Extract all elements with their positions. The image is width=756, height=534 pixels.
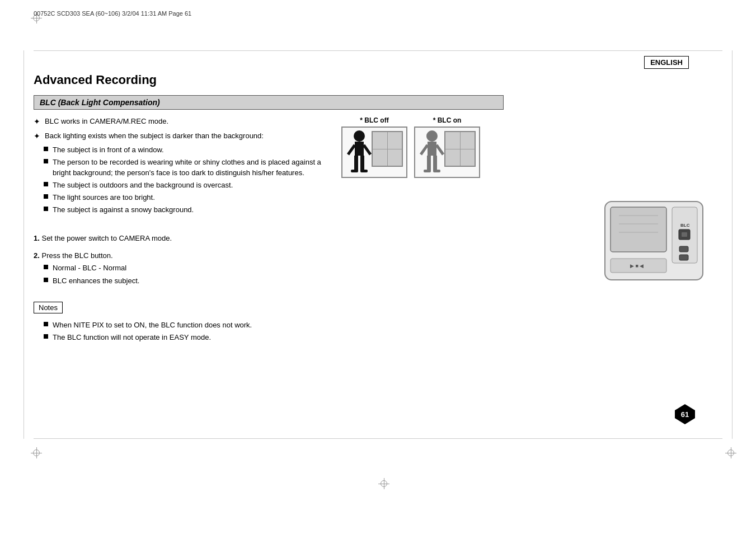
sub-bullet-5: The subject is against a snowy backgroun… [44,205,325,215]
step-2-sub-bullets: Normal - BLC - Normal BLC enhances the s… [44,263,504,285]
svg-line-2 [348,145,355,154]
svg-text:▶ ■ ◀: ▶ ■ ◀ [630,263,644,269]
language-badge: ENGLISH [644,56,689,69]
step-1: 1. Set the power switch to CAMERA mode. [34,234,504,242]
svg-rect-25 [679,246,688,252]
step-2: 2. Press the BLC button. Normal - BLC - … [34,251,504,285]
sub-bullet-3: The subject is outdoors and the backgrou… [44,180,325,190]
blc-on-label: * BLC on [433,116,462,124]
camera-illustration: BLC ▶ ■ ◀ [599,196,711,290]
sub-bullet-4: The light sources are too bright. [44,193,325,203]
blc-images: * BLC off [341,116,480,178]
cross-icon-1: ✦ [34,116,40,128]
svg-rect-12 [427,156,431,171]
sq-icon-s1 [44,265,48,269]
right-column: * BLC off [341,116,504,217]
square-icon-4 [44,194,48,199]
svg-text:61: 61 [681,410,689,419]
page-number-svg: 61 [674,404,696,425]
note-2: The BLC function will not operate in EAS… [44,332,504,343]
sq-icon-n1 [44,322,48,326]
svg-rect-6 [351,170,358,172]
svg-point-0 [354,130,365,142]
square-icon-5 [44,207,48,211]
svg-rect-1 [355,142,364,156]
sub-bullets-list: The subject is in front of a window. The… [44,145,325,215]
left-rule [24,50,24,439]
step-1-text: 1. Set the power switch to CAMERA mode. [34,234,504,242]
window-frame-on [444,131,476,167]
sq-icon-n2 [44,334,48,339]
step2-sub-1: Normal - BLC - Normal [44,263,504,273]
svg-rect-17 [611,207,666,252]
blc-on-container: * BLC on [414,116,480,178]
sub-bullet-2: The person to be recorded is wearing whi… [44,157,325,177]
header-meta: 00752C SCD303 SEA (60~106) 3/2/04 11:31 … [34,10,191,17]
square-icon-3 [44,182,48,186]
notes-label: Notes [34,302,63,313]
page-title: Advanced Recording [34,73,504,87]
note-1: When NITE PIX to set to ON, the BLC func… [44,320,504,330]
blc-off-label: * BLC off [360,116,388,124]
svg-rect-14 [424,170,431,172]
svg-rect-5 [360,156,364,171]
sq-icon-s2 [44,278,48,282]
person-silhouette-dark [345,129,373,177]
svg-rect-4 [354,156,358,171]
blc-off-container: * BLC off [341,116,407,178]
window-frame-off [372,131,403,167]
svg-rect-13 [433,156,437,171]
top-rule [34,50,722,51]
page-number-badge: 61 [674,404,696,425]
content-area: ✦ BLC works in CAMERA/M.REC mode. ✦ Back… [34,116,504,217]
svg-text:BLC: BLC [680,223,690,228]
main-content: Advanced Recording BLC (Back Light Compe… [34,73,504,345]
svg-point-8 [426,130,438,142]
section-header: BLC (Back Light Compensation) [34,95,504,110]
square-icon-2 [44,159,48,163]
notes-section: Notes When NITE PIX to set to ON, the BL… [34,302,504,343]
svg-rect-9 [428,142,436,156]
right-rule [732,50,732,439]
cross-bullet-2: ✦ Back lighting exists when the subject … [34,131,325,142]
cross-bullet-1: ✦ BLC works in CAMERA/M.REC mode. [34,116,325,128]
svg-line-10 [421,145,428,154]
step-2-text: 2. Press the BLC button. [34,251,504,260]
cross-icon-2: ✦ [34,131,40,142]
svg-rect-7 [360,170,368,172]
svg-rect-26 [679,255,688,260]
steps-area: 1. Set the power switch to CAMERA mode. … [34,234,504,285]
left-column: ✦ BLC works in CAMERA/M.REC mode. ✦ Back… [34,116,325,217]
notes-list: When NITE PIX to set to ON, the BLC func… [44,320,504,343]
svg-rect-15 [433,170,440,172]
step2-sub-2: BLC enhances the subject. [44,276,504,286]
svg-line-11 [436,145,443,154]
person-silhouette-light [418,129,446,177]
blc-off-image [341,127,407,178]
sub-bullet-1: The subject is in front of a window. [44,145,325,155]
svg-rect-24 [682,232,687,237]
page: 00752C SCD303 SEA (60~106) 3/2/04 11:31 … [0,0,756,534]
svg-line-3 [364,145,370,154]
camera-svg: BLC ▶ ■ ◀ [599,196,711,288]
square-icon-1 [44,147,48,151]
blc-on-image [414,127,480,178]
bottom-rule [34,438,722,439]
